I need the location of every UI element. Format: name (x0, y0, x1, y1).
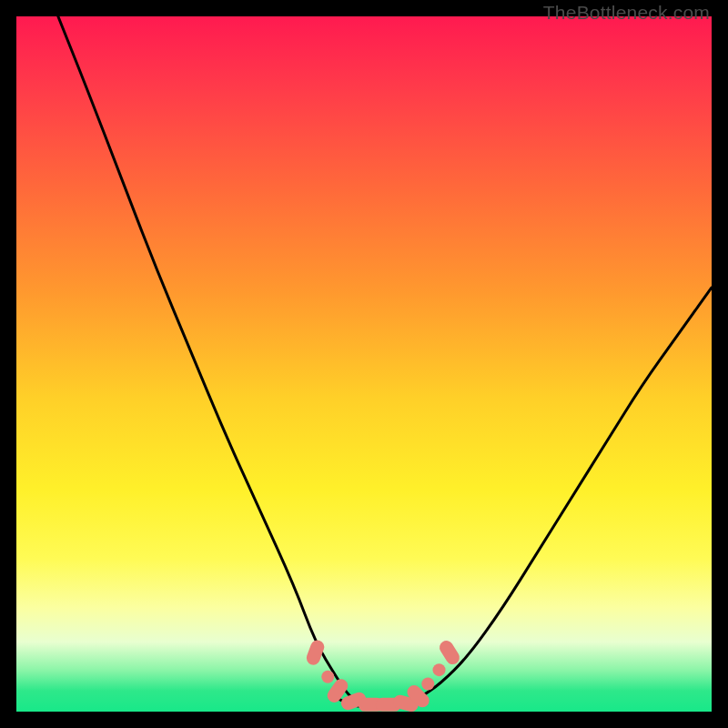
plot-area (16, 16, 712, 712)
floor-pill-10 (437, 638, 462, 667)
floor-dot-1 (321, 671, 334, 683)
floor-dot-8 (421, 677, 434, 690)
watermark-text: TheBottleneck.com (543, 2, 710, 24)
series-right-curve (406, 288, 712, 704)
floor-markers-group (305, 638, 462, 712)
outer-frame: TheBottleneck.com (0, 0, 728, 728)
chart-svg (16, 16, 712, 712)
series-left-curve (58, 16, 364, 704)
data-curves-group (58, 16, 712, 708)
floor-dot-9 (433, 663, 446, 676)
